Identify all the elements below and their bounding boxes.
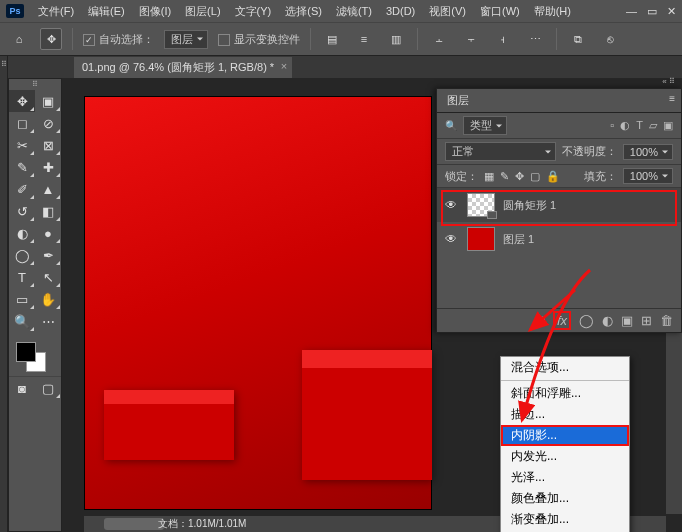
adjustment-layer-icon[interactable]: ◐ (602, 313, 613, 328)
dock-grip-icon[interactable]: ⠿ (9, 79, 61, 90)
filter-pixel-icon[interactable]: ▫ (610, 119, 614, 132)
menu-edit[interactable]: 编辑(E) (88, 4, 125, 19)
minimize-icon[interactable]: — (626, 5, 637, 18)
menu-inner-glow[interactable]: 内发光... (501, 446, 629, 467)
menu-satin[interactable]: 光泽... (501, 467, 629, 488)
rectangle-tool-icon[interactable]: ▭ (9, 288, 35, 310)
align-center-h-icon[interactable]: ≡ (353, 28, 375, 50)
filter-smart-icon[interactable]: ▣ (663, 119, 673, 132)
document-tab[interactable]: 01.png @ 76.4% (圆角矩形 1, RGB/8) * × (74, 57, 292, 78)
layer-name[interactable]: 图层 1 (503, 232, 534, 247)
eraser-tool-icon[interactable]: ◧ (35, 200, 61, 222)
document-info[interactable]: 文档：1.01M/1.01M (152, 516, 252, 532)
brush-tool-icon[interactable]: ✐ (9, 178, 35, 200)
filter-type-dropdown[interactable]: 类型 (463, 116, 507, 135)
menu-blending-options[interactable]: 混合选项... (501, 357, 629, 378)
new-layer-icon[interactable]: ⊞ (641, 313, 652, 328)
menu-3d[interactable]: 3D(D) (386, 5, 415, 17)
options-bar: ⌂ ✥ 自动选择： 图层 显示变换控件 ▤ ≡ ▥ ⫠ ⫟ ⫞ ⋯ ⧉ ⎋ (0, 22, 682, 56)
blend-mode-dropdown[interactable]: 正常 (445, 142, 556, 161)
align-left-icon[interactable]: ▤ (321, 28, 343, 50)
menu-gradient-overlay[interactable]: 渐变叠加... (501, 509, 629, 530)
lock-all-icon[interactable]: 🔒 (546, 170, 560, 183)
lock-artboard-icon[interactable]: ▢ (530, 170, 540, 183)
menu-select[interactable]: 选择(S) (285, 4, 322, 19)
show-transform-checkbox[interactable]: 显示变换控件 (218, 32, 300, 47)
lock-transparent-icon[interactable]: ▦ (484, 170, 494, 183)
gradient-tool-icon[interactable]: ◐ (9, 222, 35, 244)
maximize-icon[interactable]: ▭ (647, 5, 657, 18)
more-icon[interactable]: ⋯ (524, 28, 546, 50)
align-right-icon[interactable]: ▥ (385, 28, 407, 50)
type-tool-icon[interactable]: T (9, 266, 35, 288)
menu-help[interactable]: 帮助(H) (534, 4, 571, 19)
path-select-icon[interactable]: ↖ (35, 266, 61, 288)
menu-type[interactable]: 文字(Y) (235, 4, 272, 19)
layers-panel-footer: ⧉ fx ◯ ◐ ▣ ⊞ 🗑 (437, 308, 681, 332)
blur-tool-icon[interactable]: ● (35, 222, 61, 244)
auto-select-checkbox[interactable]: 自动选择： (83, 32, 154, 47)
artboard-tool-icon[interactable]: ▣ (35, 90, 61, 112)
auto-select-target-dropdown[interactable]: 图层 (164, 30, 208, 49)
dodge-tool-icon[interactable]: ◯ (9, 244, 35, 266)
lock-position-icon[interactable]: ✥ (515, 170, 524, 183)
healing-tool-icon[interactable]: ✚ (35, 156, 61, 178)
screenmode-icon[interactable]: ▢ (35, 377, 61, 399)
filter-type-layer-icon[interactable]: T (636, 119, 643, 132)
align-bottom-icon[interactable]: ⫞ (492, 28, 514, 50)
move-tool-preview-icon[interactable]: ✥ (40, 28, 62, 50)
marquee-tool-icon[interactable]: ◻ (9, 112, 35, 134)
delete-layer-icon[interactable]: 🗑 (660, 313, 673, 328)
menu-inner-shadow[interactable]: 内阴影... (501, 425, 629, 446)
menu-file[interactable]: 文件(F) (38, 4, 74, 19)
align-middle-icon[interactable]: ⫟ (460, 28, 482, 50)
layer-row-layer1[interactable]: 👁 图层 1 (437, 222, 681, 256)
menu-layer[interactable]: 图层(L) (185, 4, 220, 19)
menu-window[interactable]: 窗口(W) (480, 4, 520, 19)
layers-tab[interactable]: 图层 (437, 89, 479, 112)
layer-thumbnail[interactable] (467, 227, 495, 251)
move-tool-icon[interactable]: ✥ (9, 90, 35, 112)
visibility-toggle-icon[interactable]: 👁 (443, 232, 459, 246)
edit-toolbar-icon[interactable]: ⋯ (35, 310, 61, 332)
home-icon[interactable]: ⌂ (8, 28, 30, 50)
menu-image[interactable]: 图像(I) (139, 4, 171, 19)
fx-button[interactable]: fx (553, 311, 571, 330)
tab-close-icon[interactable]: × (281, 60, 287, 72)
layer-thumbnail[interactable] (467, 193, 495, 217)
menu-stroke[interactable]: 描边... (501, 404, 629, 425)
pen-tool-icon[interactable]: ✒ (35, 244, 61, 266)
lock-pixels-icon[interactable]: ✎ (500, 170, 509, 183)
fill-input[interactable]: 100% (623, 168, 673, 184)
menu-color-overlay[interactable]: 颜色叠加... (501, 488, 629, 509)
filter-adjust-icon[interactable]: ◐ (620, 119, 630, 132)
link-layers-icon[interactable]: ⧉ (536, 313, 545, 329)
filter-type-icon[interactable]: 🔍 (445, 120, 457, 131)
crop-tool-icon[interactable]: ✂ (9, 134, 35, 156)
foreground-color-swatch[interactable] (16, 342, 36, 362)
align-top-icon[interactable]: ⫠ (428, 28, 450, 50)
panel-grip-icon[interactable]: « ⠿ (662, 77, 675, 86)
quickmask-icon[interactable]: ◙ (9, 377, 35, 399)
close-icon[interactable]: ✕ (667, 5, 676, 18)
history-brush-icon[interactable]: ↺ (9, 200, 35, 222)
layer-mask-icon[interactable]: ◯ (579, 313, 594, 328)
zoom-tool-icon[interactable]: 🔍 (9, 310, 35, 332)
hand-tool-icon[interactable]: ✋ (35, 288, 61, 310)
document-canvas[interactable] (84, 96, 432, 510)
eyedropper-tool-icon[interactable]: ✎ (9, 156, 35, 178)
frame-tool-icon[interactable]: ⊠ (35, 134, 61, 156)
collapsed-dock[interactable]: ⠿ (0, 56, 8, 532)
color-swatches[interactable] (9, 338, 61, 372)
opacity-input[interactable]: 100% (623, 144, 673, 160)
menu-filter[interactable]: 滤镜(T) (336, 4, 372, 19)
lasso-tool-icon[interactable]: ⊘ (35, 112, 61, 134)
menu-bevel[interactable]: 斜面和浮雕... (501, 383, 629, 404)
share-icon[interactable]: ⎋ (599, 28, 621, 50)
menu-view[interactable]: 视图(V) (429, 4, 466, 19)
stamp-tool-icon[interactable]: ▲ (35, 178, 61, 200)
filter-shape-icon[interactable]: ▱ (649, 119, 657, 132)
panel-menu-icon[interactable]: ≡ (669, 93, 675, 104)
3d-mode-icon[interactable]: ⧉ (567, 28, 589, 50)
group-icon[interactable]: ▣ (621, 313, 633, 328)
